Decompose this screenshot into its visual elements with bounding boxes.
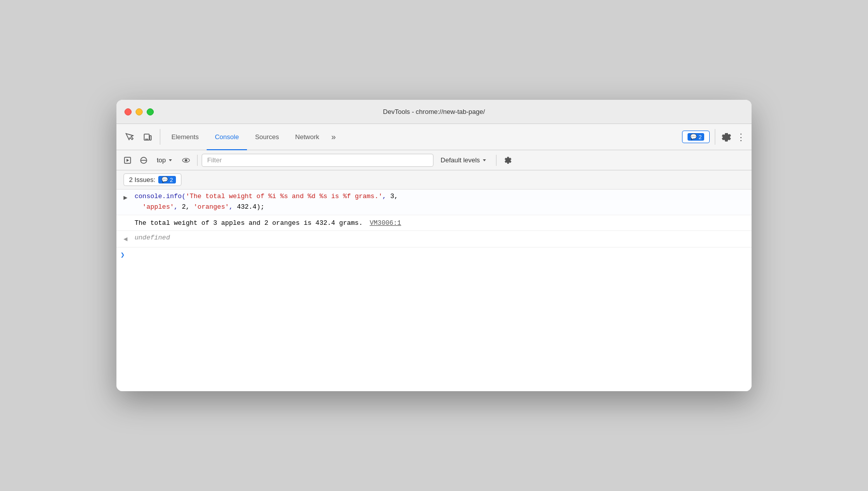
console-toolbar: top Default levels [116,150,752,170]
device-toolbar-button[interactable] [139,128,157,146]
svg-marker-4 [127,159,129,162]
svg-marker-10 [483,159,486,161]
console-settings-button[interactable] [501,153,515,167]
tab-network[interactable]: Network [287,124,328,150]
svg-rect-1 [150,136,151,140]
window-title: DevTools - chrome://new-tab-page/ [383,108,485,115]
console-output: ▶ console.info('The total weight of %i %… [116,190,752,391]
minimize-button[interactable] [136,108,143,115]
tab-console[interactable]: Console [207,124,247,150]
inspect-element-button[interactable] [120,128,139,146]
close-button[interactable] [125,108,132,115]
console-return-text: undefined [135,233,748,243]
expand-chevron[interactable]: ▶ [116,192,135,204]
issues-icon: 💬 2 [688,133,704,141]
issues-badge-button[interactable]: 💬 2 [682,131,710,143]
traffic-lights [125,108,154,115]
tab-elements[interactable]: Elements [163,124,207,150]
more-tabs-button[interactable]: » [327,133,340,142]
levels-label: Default levels [441,156,480,164]
issues-count-badge: 💬 2 [158,176,176,183]
prompt-chevron: ❯ [120,251,125,259]
clear-console-button[interactable] [137,153,151,167]
svg-marker-7 [169,159,172,161]
log-levels-button[interactable]: Default levels [436,155,492,165]
tabs-spacer [340,124,680,150]
filter-divider [197,155,198,166]
context-selector[interactable]: top [153,155,177,165]
console-output-text: The total weight of 3 apples and 2 orang… [135,217,748,229]
tab-divider-2 [715,129,715,145]
issues-pill[interactable]: 2 Issues: 💬 2 [123,173,181,186]
devtools-window: DevTools - chrome://new-tab-page/ Elemen… [116,100,752,391]
output-gutter [116,217,135,219]
console-entry-input: ▶ console.info('The total weight of %i %… [116,190,752,215]
maximize-button[interactable] [147,108,154,115]
issues-label: 2 Issues: [129,176,155,183]
issues-bar: 2 Issues: 💬 2 [116,170,752,190]
devtools-tab-bar: Elements Console Sources Network » 💬 2 ⋮ [116,124,752,150]
console-input-text: console.info('The total weight of %i %s … [135,192,748,213]
console-prompt[interactable]: ❯ [116,248,752,262]
settings-button[interactable] [718,129,734,145]
return-gutter: ◀ [116,233,135,245]
levels-divider [496,155,497,166]
tab-divider [160,129,160,145]
console-entry-output: The total weight of 3 apples and 2 orang… [116,215,752,231]
more-options-button[interactable]: ⋮ [734,132,748,143]
console-entry-return: ◀ undefined [116,231,752,248]
svg-point-9 [185,159,187,161]
live-expressions-button[interactable] [179,153,193,167]
tab-sources[interactable]: Sources [247,124,287,150]
vm-source-link[interactable]: VM3006:1 [369,218,401,229]
run-button[interactable] [120,153,135,167]
title-bar: DevTools - chrome://new-tab-page/ [116,100,752,124]
context-label: top [157,156,166,164]
filter-input[interactable] [202,154,433,167]
